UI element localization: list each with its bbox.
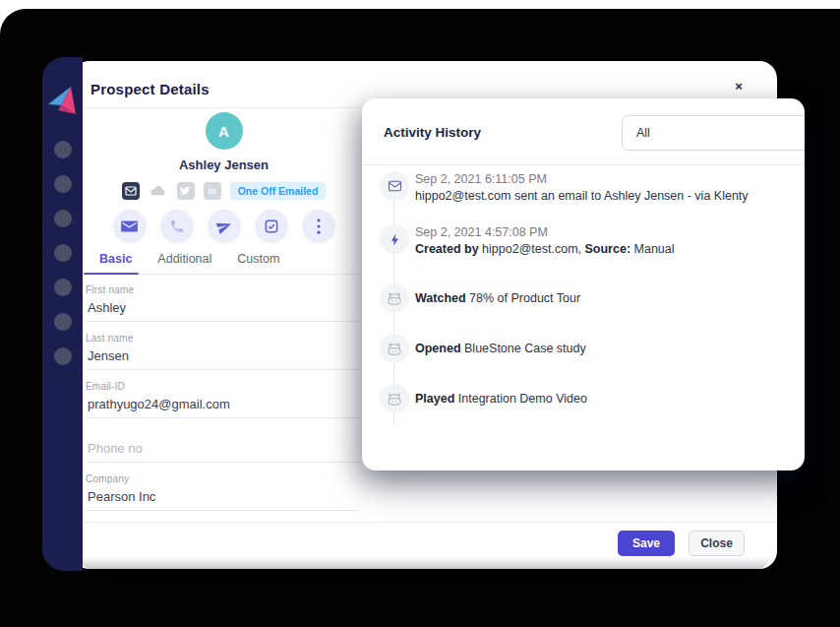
sidebar-nav-dot[interactable]	[54, 313, 72, 331]
field-label-last-name: Last name	[86, 333, 360, 344]
save-button[interactable]: Save	[618, 531, 675, 556]
last-name-input[interactable]	[86, 347, 360, 370]
tab-additional[interactable]: Additional	[157, 252, 211, 274]
activity-entry-text: Watched 78% of Product Tour	[415, 290, 580, 307]
social-row: in One Off Emailed	[84, 182, 364, 200]
activity-entry-text: Sep 2, 2021 6:11:05 PMhippo2@test.com se…	[415, 171, 749, 205]
sidebar-nav-dot[interactable]	[54, 279, 72, 296]
cloud-icon[interactable]	[149, 182, 168, 200]
activity-entry-text: Sep 2, 2021 4:57:08 PMCreated by hippo2@…	[415, 224, 675, 258]
tasks-icon[interactable]	[255, 210, 288, 243]
linkedin-icon[interactable]: in	[204, 182, 221, 200]
send-icon[interactable]	[208, 210, 241, 243]
activity-entry: Sep 2, 2021 4:57:08 PMCreated by hippo2@…	[380, 224, 791, 258]
field-email-id: Email-ID	[86, 381, 360, 418]
activity-entry: Played Integration Demo Video	[380, 384, 791, 413]
activity-description: Opened BlueStone Case study	[415, 341, 586, 357]
tab-custom[interactable]: Custom	[237, 252, 279, 274]
sidebar-nav-dot[interactable]	[54, 175, 72, 193]
tab-basic[interactable]: Basic	[99, 252, 132, 274]
status-badge: One Off Emailed	[230, 182, 327, 200]
prospect-name: Ashley Jensen	[84, 157, 364, 172]
prospect-summary-column: A Ashley Jensen in One Off Emailed	[84, 108, 364, 522]
email-id-input[interactable]	[86, 396, 360, 418]
prospect-tabs: BasicAdditionalCustom	[84, 252, 364, 275]
field-label-email-id: Email-ID	[86, 381, 360, 392]
company-input[interactable]	[86, 488, 360, 511]
sidebar-nav-dot[interactable]	[54, 244, 72, 262]
field-label-first-name: First name	[86, 284, 360, 295]
activity-filter-value: All	[636, 126, 650, 140]
call-icon[interactable]	[160, 210, 194, 243]
field-last-name: Last name	[86, 333, 360, 370]
activity-entry-text: Played Integration Demo Video	[415, 391, 587, 408]
bolt-icon	[380, 224, 409, 254]
activity-entry: Sep 2, 2021 6:11:05 PMhippo2@test.com se…	[380, 171, 791, 205]
more-options-icon[interactable]	[302, 210, 335, 243]
activity-description: Played Integration Demo Video	[415, 391, 587, 408]
activity-entry: Opened BlueStone Case study	[380, 334, 791, 363]
prospect-form: First nameLast nameEmail-IDCompany	[84, 284, 364, 511]
envelope-icon	[380, 171, 409, 201]
field-label-company: Company	[86, 473, 360, 484]
hippo-icon	[380, 384, 409, 413]
sidebar-nav-dot[interactable]	[54, 210, 72, 227]
activity-description: hippo2@test.com sent an email to Ashley …	[415, 188, 749, 205]
activity-history-panel: Activity History All Sep 2, 2021 6:11:05…	[362, 98, 805, 470]
sidebar-nav	[42, 141, 83, 365]
activity-timeline: Sep 2, 2021 6:11:05 PMhippo2@test.com se…	[362, 165, 805, 470]
avatar: A	[206, 112, 243, 150]
activity-filter-select[interactable]: All	[622, 115, 805, 151]
hippo-icon	[380, 334, 409, 363]
close-icon[interactable]: ×	[729, 77, 749, 96]
compose-email-icon[interactable]	[113, 210, 147, 243]
modal-footer: Save Close	[72, 522, 777, 569]
activity-timestamp: Sep 2, 2021 4:57:08 PM	[415, 224, 675, 241]
field-phone-no	[86, 439, 360, 463]
app-sidebar	[42, 57, 83, 571]
activity-description: Created by hippo2@test.com, Source: Manu…	[415, 241, 675, 258]
activity-timestamp: Sep 2, 2021 6:11:05 PM	[415, 171, 749, 188]
close-button[interactable]: Close	[689, 531, 745, 556]
twitter-icon[interactable]	[177, 182, 195, 200]
activity-description: Watched 78% of Product Tour	[415, 290, 580, 307]
phone-no-input[interactable]	[86, 440, 360, 463]
activity-title: Activity History	[384, 125, 481, 140]
screen: Prospect Details × A Ashley Jensen in On…	[0, 0, 840, 627]
hippo-icon	[380, 283, 409, 313]
mail-badge-icon[interactable]	[122, 182, 140, 200]
sidebar-nav-dot[interactable]	[54, 347, 72, 365]
first-name-input[interactable]	[86, 299, 360, 322]
sidebar-nav-dot[interactable]	[54, 141, 72, 158]
klenty-logo-icon	[45, 83, 81, 118]
modal-title: Prospect Details	[90, 81, 210, 97]
field-company: Company	[86, 473, 360, 511]
prospect-actions	[84, 210, 364, 243]
activity-entry-text: Opened BlueStone Case study	[415, 341, 586, 357]
activity-header: Activity History All	[362, 98, 805, 165]
field-first-name: First name	[86, 284, 360, 322]
activity-entry: Watched 78% of Product Tour	[380, 283, 791, 313]
